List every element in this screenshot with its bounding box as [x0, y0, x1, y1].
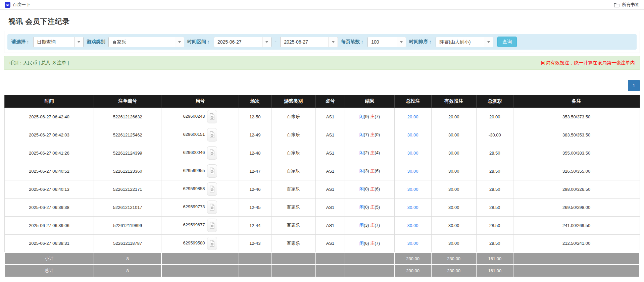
select-type-label: 请选择：: [11, 39, 30, 45]
cell-bet-id: 522612119899: [94, 216, 161, 234]
total-bet-link[interactable]: 30.00: [407, 169, 418, 174]
game-type-select[interactable]: 百家乐: [108, 37, 184, 47]
total-bet-link[interactable]: 30.00: [407, 241, 418, 246]
total-bet-link[interactable]: 30.00: [407, 187, 418, 192]
filter-panel: 请选择： 日期查询 游戏类别 百家乐 时间区间： 2025-06-27 ~ 20…: [4, 31, 640, 53]
date-to-input[interactable]: 2025-06-27: [280, 37, 338, 47]
footer-empty: [161, 265, 239, 277]
table-row: 2025-06-27 06:40:52 522612123360 6295999…: [4, 162, 640, 180]
banker-result-label: 庄: [370, 132, 375, 137]
player-score: (6): [364, 241, 369, 246]
date-from-input[interactable]: 2025-06-27: [214, 37, 271, 47]
query-button[interactable]: 查询: [497, 37, 517, 47]
video-playback-icon[interactable]: [207, 146, 217, 160]
page-1-button[interactable]: 1: [628, 80, 640, 91]
footer-empty: [513, 265, 640, 277]
cell-valid-bet: 30.00: [431, 216, 476, 234]
video-playback-icon[interactable]: [207, 164, 217, 178]
player-score: (0): [364, 205, 369, 210]
pagination: 1: [4, 80, 640, 91]
cell-payout: 28.50: [476, 216, 513, 234]
footer-label: 总计: [4, 265, 94, 277]
video-playback-icon[interactable]: [207, 201, 217, 214]
header-session: 场次: [239, 95, 271, 108]
round-id-text: 629600243: [183, 114, 205, 119]
footer-payout: 161.00: [476, 252, 513, 265]
cell-bet-id: 522612118787: [94, 234, 161, 252]
cell-total-bet: 30.00: [394, 180, 431, 198]
valid-bet-note: 同局有效投注，统一计算在该局第一张注单内: [541, 60, 635, 66]
table-footer: 小计 8 230.00 230.00 161.00 总计 8 230.00 23…: [4, 252, 640, 277]
currency-total-text: 币别：人民币 | 总共 :8 注单 |: [9, 60, 69, 66]
chevron-down-icon[interactable]: [74, 37, 83, 47]
cell-table-no: AS1: [316, 144, 345, 162]
round-id-text: 629600151: [183, 132, 205, 137]
cell-payout: -30.00: [476, 126, 513, 144]
time-sort-select[interactable]: 降幂(由大到小): [436, 37, 493, 47]
chevron-down-icon[interactable]: [175, 37, 184, 47]
table-row: 2025-06-27 06:42:03 522612125462 6296001…: [4, 126, 640, 144]
player-score: (0): [364, 186, 369, 191]
player-score: (9): [364, 114, 369, 119]
total-bet-link[interactable]: 20.00: [407, 114, 418, 119]
cell-payout: 20.00: [476, 108, 513, 126]
cell-game-type: 百家乐: [271, 216, 316, 234]
chevron-down-icon[interactable]: [484, 37, 493, 47]
round-id-text: 629600046: [183, 150, 205, 155]
header-remark: 备注: [513, 95, 640, 108]
cell-total-bet: 30.00: [394, 234, 431, 252]
video-playback-icon[interactable]: [207, 237, 217, 250]
video-playback-icon[interactable]: [207, 182, 217, 196]
total-bet-link[interactable]: 30.00: [407, 151, 418, 156]
footer-valid-bet: 230.00: [431, 252, 476, 265]
header-total-bet: 总投注: [394, 95, 431, 108]
table-row: 2025-06-27 06:38:31 522612118787 6295995…: [4, 234, 640, 252]
video-playback-icon[interactable]: [207, 219, 217, 232]
cell-game-type: 百家乐: [271, 126, 316, 144]
banker-score: (5): [375, 205, 380, 210]
page-size-select[interactable]: 100: [367, 37, 406, 47]
cell-valid-bet: 30.00: [431, 234, 476, 252]
cell-round-id: 629599580: [161, 234, 239, 252]
cell-table-no: AS1: [316, 162, 345, 180]
cell-game-type: 百家乐: [271, 198, 316, 216]
cell-result: 闲(3) 庄(6): [345, 162, 395, 180]
cell-total-bet: 20.00: [394, 108, 431, 126]
table-row: 2025-06-27 06:40:13 522612122171 6295998…: [4, 180, 640, 198]
all-bookmarks-button[interactable]: 所有书签: [614, 2, 639, 8]
total-bet-link[interactable]: 30.00: [407, 223, 418, 228]
cell-remark: 383.50/353.50: [513, 126, 640, 144]
total-bet-link[interactable]: 30.00: [407, 132, 418, 137]
video-playback-icon[interactable]: [207, 128, 217, 142]
banker-result-label: 庄: [370, 223, 375, 228]
bookmark-label: 百度一下: [13, 2, 30, 8]
video-playback-icon[interactable]: [207, 110, 217, 123]
cell-table-no: AS1: [316, 216, 345, 234]
cell-game-type: 百家乐: [271, 144, 316, 162]
chevron-down-icon[interactable]: [329, 37, 338, 47]
footer-empty: [513, 252, 640, 265]
banker-score: (0): [375, 132, 380, 137]
cell-session: 12-47: [239, 162, 271, 180]
chevron-down-icon[interactable]: [262, 37, 271, 47]
banker-score: (4): [375, 150, 380, 155]
chevron-down-icon[interactable]: [397, 37, 406, 47]
player-result-label: 闲: [359, 205, 364, 210]
banker-score: (6): [375, 168, 380, 173]
player-result-label: 闲: [359, 150, 364, 155]
cell-result: 闲(0) 庄(5): [345, 198, 395, 216]
page-size-label: 每页笔数：: [341, 39, 364, 45]
table-header: 时间 注单编号 局号 场次 游戏类别 桌号 结果 总投注 有效投注 总派彩 备注: [4, 95, 640, 108]
total-bet-link[interactable]: 30.00: [407, 205, 418, 210]
banker-result-label: 庄: [370, 168, 375, 173]
banker-result-label: 庄: [370, 186, 375, 191]
query-type-select[interactable]: 日期查询: [33, 37, 84, 47]
summary-row: 小计 8 230.00 230.00 161.00: [4, 252, 640, 265]
cell-remark: 298.00/326.50: [513, 180, 640, 198]
cell-round-id: 629599773: [161, 198, 239, 216]
cell-total-bet: 30.00: [394, 126, 431, 144]
cell-remark: 326.50/355.00: [513, 162, 640, 180]
page-title: 视讯 会员下注纪录: [8, 17, 644, 26]
player-result-label: 闲: [359, 241, 364, 246]
bookmark-baidu[interactable]: 百度一下: [5, 2, 30, 8]
